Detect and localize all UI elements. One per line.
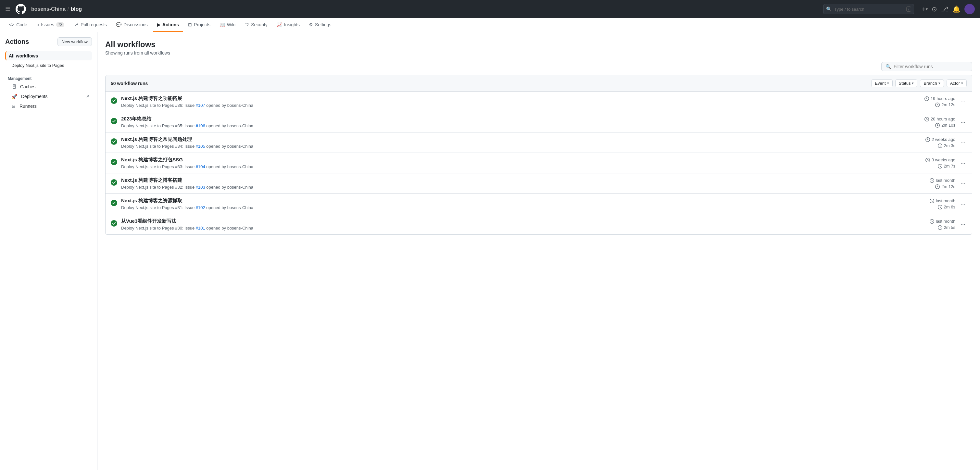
status-filter-button[interactable]: Status ▾	[895, 79, 918, 87]
search-input[interactable]	[834, 7, 904, 12]
discussions-icon: 💬	[116, 22, 121, 27]
breadcrumb: bosens-China / blog	[31, 6, 82, 12]
run-time: last month 2m 5s	[913, 219, 955, 230]
sidebar-item-deployments[interactable]: 🚀 Deployments ↗	[5, 92, 92, 101]
table-row: Next.js 构建博客之打包SSG Deploy Next.js site t…	[105, 153, 972, 173]
run-title[interactable]: Next.js 构建博客之打包SSG	[121, 157, 909, 163]
runs-header: 50 workflow runs Event ▾ Status ▾ Branch…	[105, 75, 972, 92]
run-time: last month 2m 6s	[913, 198, 955, 209]
issue-link[interactable]: #107	[196, 103, 205, 108]
new-workflow-button[interactable]: New workflow	[57, 37, 92, 46]
filter-search-icon: 🔍	[886, 64, 891, 69]
global-search[interactable]: 🔍 /	[823, 4, 914, 14]
wiki-icon: 📖	[220, 22, 225, 27]
sidebar-item-deploy-nextjs[interactable]: Deploy Next.js site to Pages	[5, 61, 92, 70]
tab-insights[interactable]: 📈 Insights	[273, 18, 304, 32]
run-status-icon	[111, 200, 117, 208]
deployments-icon: 🚀	[12, 94, 17, 99]
tab-pull-requests[interactable]: ⎇ Pull requests	[70, 18, 111, 32]
run-time: last month 2m 12s	[913, 178, 955, 189]
tab-actions[interactable]: ▶ Actions	[153, 18, 183, 32]
run-rows: Next.js 构建博客之功能拓展 Deploy Next.js site to…	[105, 92, 972, 234]
hamburger-icon[interactable]: ☰	[5, 6, 10, 13]
status-chevron: ▾	[912, 81, 914, 85]
tab-discussions[interactable]: 💬 Discussions	[112, 18, 152, 32]
run-time-ago: 2 weeks ago	[913, 137, 955, 142]
all-workflows-label: All workflows	[9, 53, 38, 59]
issue-link[interactable]: #104	[196, 164, 205, 169]
event-label: Event	[875, 81, 886, 86]
run-title[interactable]: Next.js 构建博客之资源抓取	[121, 198, 909, 204]
run-title[interactable]: Next.js 构建博客之博客搭建	[121, 177, 909, 183]
run-duration: 2m 7s	[913, 164, 955, 169]
breadcrumb-separator: /	[68, 6, 69, 12]
run-duration: 2m 12s	[913, 184, 955, 189]
issue-link[interactable]: #102	[196, 205, 205, 210]
tab-insights-label: Insights	[284, 22, 300, 27]
sidebar-item-all-workflows[interactable]: All workflows	[5, 51, 92, 60]
tab-code[interactable]: <> Code	[5, 18, 31, 32]
sidebar-title: Actions	[5, 38, 29, 45]
run-more-button[interactable]: ···	[959, 220, 967, 229]
run-title[interactable]: 从Vue3看组件开发新写法	[121, 218, 909, 224]
pr-icon: ⎇	[73, 22, 79, 27]
main-layout: Actions New workflow All workflows Deplo…	[0, 32, 980, 470]
runs-count: 50 workflow runs	[111, 81, 148, 86]
issue-link[interactable]: #105	[196, 144, 205, 149]
caches-icon: 🗄	[12, 84, 16, 89]
notifications-icon[interactable]: 🔔	[952, 5, 961, 13]
actor-filter-button[interactable]: Actor ▾	[947, 79, 967, 87]
sidebar-header: Actions New workflow	[5, 37, 92, 46]
run-meta: Deploy Next.js site to Pages #34: Issue …	[121, 144, 909, 149]
runners-label: Runners	[19, 103, 37, 109]
sidebar-item-caches[interactable]: 🗄 Caches	[5, 82, 92, 91]
run-title[interactable]: Next.js 构建博客之功能拓展	[121, 95, 909, 102]
run-more-button[interactable]: ···	[959, 179, 967, 188]
run-time-ago: 20 hours ago	[913, 116, 955, 121]
tab-wiki[interactable]: 📖 Wiki	[216, 18, 239, 32]
run-more-button[interactable]: ···	[959, 199, 967, 209]
run-info: Next.js 构建博客之功能拓展 Deploy Next.js site to…	[121, 95, 909, 108]
code-icon: <>	[9, 22, 14, 27]
run-time: 2 weeks ago 2m 3s	[913, 137, 955, 148]
run-duration: 2m 5s	[913, 225, 955, 230]
run-meta: Deploy Next.js site to Pages #35: Issue …	[121, 123, 909, 128]
filter-input[interactable]	[894, 64, 968, 69]
run-time-ago: 19 hours ago	[913, 96, 955, 101]
run-more-button[interactable]: ···	[959, 97, 967, 107]
branch-chevron: ▾	[939, 81, 940, 85]
issues-icon[interactable]: ⊙	[932, 5, 937, 13]
branch-filter-button[interactable]: Branch ▾	[920, 79, 943, 87]
run-more-button[interactable]: ···	[959, 158, 967, 168]
sidebar-item-runners[interactable]: ⊟ Runners	[5, 102, 92, 111]
tab-projects[interactable]: ⊞ Projects	[184, 18, 214, 32]
org-link[interactable]: bosens-China	[31, 6, 65, 12]
tab-settings[interactable]: ⚙ Settings	[305, 18, 336, 32]
issues-badge: 73	[56, 22, 64, 27]
plus-chevron: ▾	[926, 7, 928, 11]
filter-search[interactable]: 🔍	[881, 62, 972, 71]
tab-security[interactable]: 🛡 Security	[240, 18, 272, 32]
new-button[interactable]: + ▾	[922, 6, 928, 13]
actor-chevron: ▾	[961, 81, 963, 85]
issue-link[interactable]: #103	[196, 185, 205, 189]
issue-link[interactable]: #106	[196, 123, 205, 128]
run-title[interactable]: Next.js 构建博客之常见问题处理	[121, 136, 909, 143]
tab-projects-label: Projects	[194, 22, 210, 27]
run-time-ago: last month	[913, 198, 955, 203]
filter-bar: 🔍	[105, 62, 972, 71]
table-row: Next.js 构建博客之资源抓取 Deploy Next.js site to…	[105, 194, 972, 214]
avatar[interactable]	[964, 4, 975, 14]
pull-requests-nav-icon[interactable]: ⎇	[941, 5, 948, 13]
event-filter-button[interactable]: Event ▾	[871, 79, 892, 87]
run-title[interactable]: 2023年终总结	[121, 116, 909, 122]
run-time: 20 hours ago 2m 10s	[913, 116, 955, 127]
run-status-icon	[111, 138, 117, 147]
sidebar: Actions New workflow All workflows Deplo…	[0, 32, 97, 470]
security-icon: 🛡	[245, 22, 249, 27]
tab-issues[interactable]: ○ Issues 73	[32, 18, 68, 32]
issue-link[interactable]: #101	[196, 226, 205, 231]
tab-discussions-label: Discussions	[123, 22, 148, 27]
run-more-button[interactable]: ···	[959, 118, 967, 127]
run-more-button[interactable]: ···	[959, 138, 967, 147]
